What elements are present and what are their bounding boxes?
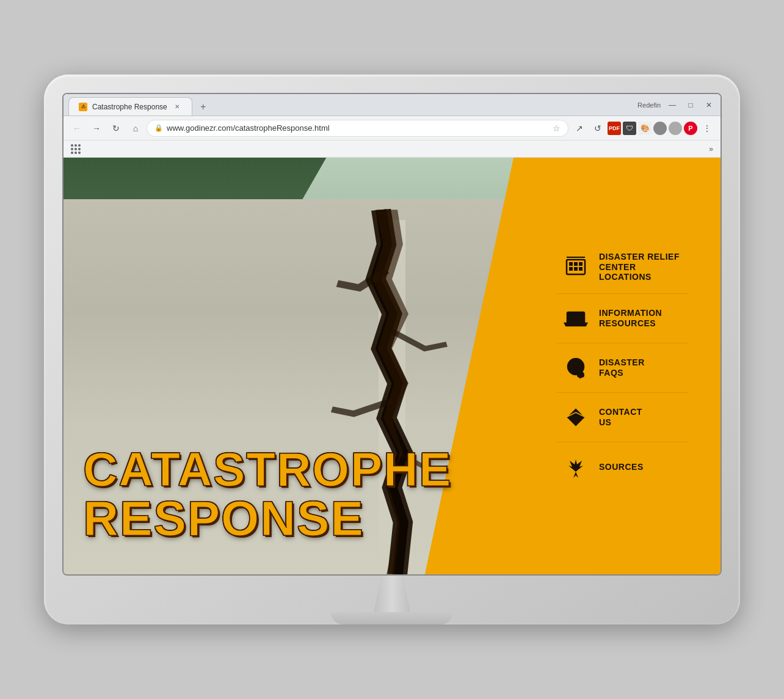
browser-titlebar: ⚠ Catastrophe Response ✕ + Redefin — □ ✕ xyxy=(64,94,720,116)
history-icon[interactable]: ↺ xyxy=(589,120,606,137)
address-text: www.godinezr.com/catastropheResponse.htm… xyxy=(167,123,549,133)
hero-title-line2: RESPONSE xyxy=(83,497,477,541)
maximize-button[interactable]: □ xyxy=(684,98,697,112)
building-icon xyxy=(562,254,589,280)
menu-icon[interactable]: ⋮ xyxy=(699,120,716,137)
nav-text-relief-centers: DISASTER RELIEF CENTER LOCATIONS xyxy=(599,252,681,282)
monitor-stand xyxy=(331,576,453,624)
tab-label: Catastrophe Response xyxy=(92,103,167,111)
ext-circle1-icon[interactable] xyxy=(653,122,667,135)
browser-toolbar: ← → ↻ ⌂ 🔒 www.godinezr.com/catastropheRe… xyxy=(64,116,720,141)
address-bar[interactable]: 🔒 www.godinezr.com/catastropheResponse.h… xyxy=(147,120,568,137)
home-button[interactable]: ⌂ xyxy=(127,120,144,137)
ext-circle2-icon[interactable] xyxy=(669,122,682,135)
nav-text-sources: SOURCES xyxy=(599,462,644,472)
toolbar-extension-icons: ↗ ↺ PDF 🛡 🎨 P ⋮ xyxy=(571,120,716,137)
stand-base xyxy=(331,612,453,624)
nav-item-contact[interactable]: CONTACT US xyxy=(556,393,688,442)
close-button[interactable]: ✕ xyxy=(702,98,716,112)
bird-icon xyxy=(562,453,589,480)
browser-window: ⚠ Catastrophe Response ✕ + Redefin — □ ✕… xyxy=(64,94,720,574)
hero-title-line1: CATASTROPHE xyxy=(83,448,477,491)
svg-rect-2 xyxy=(574,262,578,266)
extension-icons: PDF 🛡 🎨 P xyxy=(608,122,697,135)
share-icon[interactable]: ↗ xyxy=(571,120,588,137)
stand-neck xyxy=(374,576,410,612)
svg-rect-4 xyxy=(569,267,573,271)
question-icon xyxy=(562,354,589,381)
ext-pinterest-icon[interactable]: P xyxy=(684,122,697,135)
browser-tab[interactable]: ⚠ Catastrophe Response ✕ xyxy=(68,97,192,115)
new-tab-button[interactable]: + xyxy=(195,98,212,115)
svg-point-10 xyxy=(575,369,577,371)
apps-button[interactable] xyxy=(71,144,81,154)
back-button[interactable]: ← xyxy=(68,120,85,137)
ext-color-icon[interactable]: 🎨 xyxy=(638,122,652,135)
nav-text-faqs: DISASTER FAQs xyxy=(599,357,645,378)
svg-rect-5 xyxy=(574,267,578,271)
screen-bezel: ⚠ Catastrophe Response ✕ + Redefin — □ ✕… xyxy=(62,93,722,576)
svg-rect-8 xyxy=(567,312,584,323)
bookmark-icon[interactable]: ☆ xyxy=(553,123,561,133)
nav-item-relief-centers[interactable]: DISASTER RELIEF CENTER LOCATIONS xyxy=(556,241,688,294)
security-icon: 🔒 xyxy=(154,124,163,132)
nav-text-information: INFORMATION RESOURCES xyxy=(599,308,662,329)
forward-button[interactable]: → xyxy=(88,120,105,137)
svg-rect-6 xyxy=(579,267,583,271)
more-bookmarks-button[interactable]: » xyxy=(709,145,713,153)
minimize-button[interactable]: — xyxy=(666,98,679,112)
svg-rect-1 xyxy=(569,262,573,266)
ext-shield-icon[interactable]: 🛡 xyxy=(623,122,636,135)
reload-button[interactable]: ↻ xyxy=(107,120,125,137)
tab-favicon: ⚠ xyxy=(79,103,87,111)
bookmarks-bar: » xyxy=(64,141,720,158)
hero-title: CATASTROPHE RESPONSE xyxy=(83,448,477,541)
envelope-icon xyxy=(562,404,589,431)
svg-rect-3 xyxy=(579,262,583,266)
nav-text-contact: CONTACT US xyxy=(599,407,642,428)
ext-pdf-icon[interactable]: PDF xyxy=(608,122,621,135)
website-content: DISASTER RELIEF CENTER LOCATIONS xyxy=(64,158,720,574)
tab-close-button[interactable]: ✕ xyxy=(172,102,182,112)
nav-item-faqs[interactable]: DISASTER FAQs xyxy=(556,343,688,393)
app-label: Redefin xyxy=(637,101,661,109)
titlebar-controls: Redefin — □ ✕ xyxy=(637,98,716,115)
nav-item-sources[interactable]: SOURCES xyxy=(556,442,688,491)
monitor: ⚠ Catastrophe Response ✕ + Redefin — □ ✕… xyxy=(44,75,740,624)
laptop-icon xyxy=(562,305,589,332)
nav-item-information[interactable]: INFORMATION RESOURCES xyxy=(556,294,688,343)
